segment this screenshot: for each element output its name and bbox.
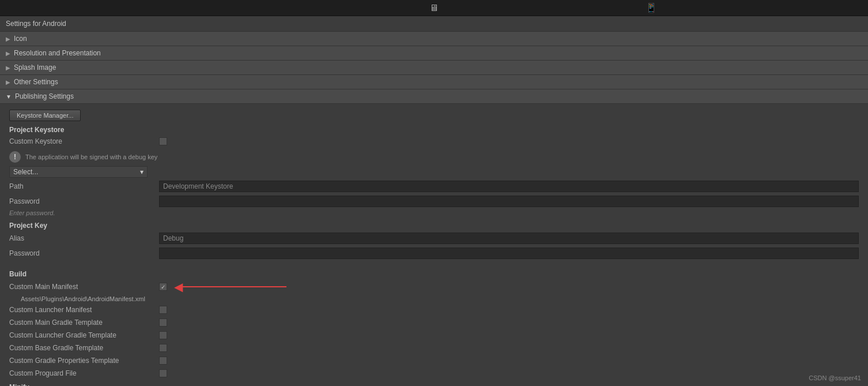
alias-input[interactable] [159,233,859,244]
minify-label: Minify [0,380,868,386]
manifest-path: Assets\Plugins\Android\AndroidManifest.x… [0,294,868,303]
custom-base-gradle-label: Custom Base Gradle Template [9,344,159,352]
project-keystore-label: Project Keystore [0,122,868,135]
custom-keystore-label: Custom Keystore [9,137,159,145]
chevron-right-icon: ▶ [6,50,10,57]
custom-gradle-properties-row: Custom Gradle Properties Template [0,354,868,367]
custom-gradle-properties-label: Custom Gradle Properties Template [9,357,159,365]
password-row: Password [0,194,868,209]
section-other-settings[interactable]: ▶ Other Settings [0,75,868,89]
key-password-input[interactable] [159,248,859,259]
section-publishing-settings[interactable]: ▼ Publishing Settings [0,89,868,104]
custom-proguard-checkbox[interactable] [159,369,167,377]
info-text: The application will be signed with a de… [25,153,157,160]
custom-main-manifest-row: Custom Main Manifest ◀ [0,279,868,294]
custom-launcher-gradle-label: Custom Launcher Gradle Template [9,331,159,339]
custom-main-gradle-checkbox[interactable] [159,318,167,327]
custom-base-gradle-row: Custom Base Gradle Template [0,342,868,354]
debug-key-info: ! The application will be signed with a … [0,149,868,165]
key-password-label: Password [9,249,159,257]
custom-main-gradle-label: Custom Main Gradle Template [9,318,159,327]
phone-icon: 📱 [646,2,657,13]
section-icon[interactable]: ▶ Icon [0,32,868,46]
keystore-select[interactable]: Select... ▾ [9,166,148,178]
custom-base-gradle-checkbox[interactable] [159,344,167,352]
custom-main-gradle-row: Custom Main Gradle Template [0,316,868,329]
custom-keystore-row: Custom Keystore [0,135,868,148]
custom-launcher-manifest-row: Custom Launcher Manifest [0,303,868,316]
custom-launcher-gradle-checkbox[interactable] [159,331,167,339]
password-hint: Enter password. [0,209,868,218]
chevron-right-icon: ▶ [6,65,10,71]
custom-proguard-row: Custom Proguard File [0,367,868,380]
build-label: Build [0,267,868,279]
red-arrow-icon: ◀ [174,281,183,293]
path-input[interactable] [159,181,859,192]
monitor-icon: 🖥 [429,3,439,13]
alias-label: Alias [9,234,159,242]
project-key-label: Project Key [0,218,868,231]
info-icon: ! [9,151,21,163]
watermark: CSDN @ssuper41 [809,374,861,381]
keystore-manager-button[interactable]: Keystore Manager... [9,110,81,121]
alias-row: Alias [0,231,868,246]
dropdown-arrow-icon: ▾ [140,168,144,176]
key-password-row: Password [0,246,868,261]
section-splash[interactable]: ▶ Splash Image [0,61,868,75]
custom-main-manifest-label: Custom Main Manifest [9,283,159,291]
custom-launcher-manifest-label: Custom Launcher Manifest [9,306,159,314]
custom-main-manifest-checkbox[interactable] [159,283,167,291]
custom-launcher-gradle-row: Custom Launcher Gradle Template [0,329,868,342]
settings-title: Settings for Android [0,16,868,32]
path-label: Path [9,182,159,190]
red-arrow-line [183,286,286,287]
custom-gradle-properties-checkbox[interactable] [159,357,167,365]
password-label: Password [9,197,159,205]
chevron-down-icon: ▼ [6,93,12,100]
password-input[interactable] [159,196,859,207]
custom-launcher-manifest-checkbox[interactable] [159,306,167,314]
custom-keystore-checkbox[interactable] [159,137,167,145]
chevron-right-icon: ▶ [6,36,10,42]
publishing-settings-content: Keystore Manager... Project Keystore Cus… [0,104,868,386]
section-resolution[interactable]: ▶ Resolution and Presentation [0,46,868,61]
top-bar: 🖥 📱 [0,0,868,16]
path-row: Path [0,179,868,194]
custom-proguard-label: Custom Proguard File [9,369,159,377]
chevron-right-icon: ▶ [6,79,10,85]
